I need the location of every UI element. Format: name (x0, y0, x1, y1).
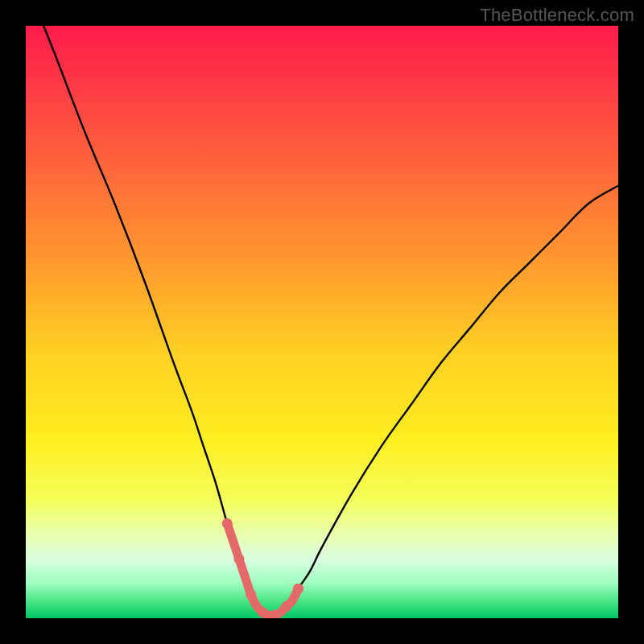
highlight-dot (258, 607, 268, 617)
highlight-dot (233, 554, 244, 564)
chart-svg (26, 26, 618, 618)
gradient-background (26, 26, 618, 618)
highlight-dot (222, 518, 233, 529)
chart-frame: TheBottleneck.com (0, 0, 644, 644)
highlight-dot (246, 589, 256, 600)
highlight-dot (281, 601, 291, 612)
watermark-text: TheBottleneck.com (480, 5, 634, 26)
highlight-dot (293, 584, 303, 594)
plot-area (26, 26, 618, 618)
